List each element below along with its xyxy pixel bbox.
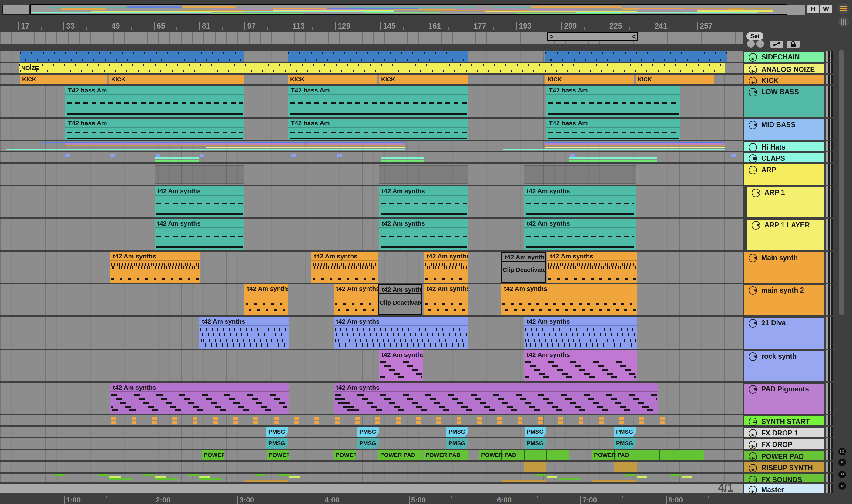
track-name: Master [761,486,784,494]
track-header-arp-1[interactable]: ▼ARP 1 [747,186,824,217]
unfold-icon[interactable]: ▼ [749,385,757,394]
track-header-rock-synth[interactable]: ▼rock synth [744,350,824,381]
track-meter [825,438,833,449]
unfold-icon[interactable]: ▼ [751,188,760,197]
time-midtick [622,496,623,498]
track-header-main-synth[interactable]: ▼Main synth [744,252,824,283]
back-arrow-button[interactable]: ← [747,40,755,48]
track-meter [825,427,833,437]
track-header-low-bass[interactable]: ▼LOW BASS [744,86,824,118]
play-icon[interactable]: ▶ [749,486,757,494]
group-icon[interactable]: ≡ [749,476,757,484]
track-meter [825,164,833,185]
track-header-arp[interactable]: ≡ARP [744,164,824,185]
track-meter [825,86,833,118]
track-header-fx-drop[interactable]: ▶FX DROP [744,438,824,449]
track-header-riseup-synth[interactable]: ▶RISEUP SYNTH [744,462,824,472]
unfold-icon[interactable]: ▼ [749,121,757,129]
mixer-toggle-i-o[interactable]: I-O [838,448,846,455]
track-meter [825,252,833,283]
time-label: 7:00 [580,496,597,504]
lock-envelopes-button[interactable] [787,41,800,48]
track-meter [825,119,833,140]
play-icon[interactable]: ▶ [749,464,757,472]
track-meter [825,51,833,62]
track-header-21-diva[interactable]: ▼21 Diva [744,317,824,349]
track-meter [825,415,833,426]
time-midtick [106,496,107,498]
time-label: 6:00 [495,496,511,504]
track-header-kick[interactable]: ▶KICK [744,75,824,84]
track-name: FX DROP [761,440,792,449]
group-icon[interactable]: ≡ [749,154,757,163]
track-name: POWER PAD [761,452,804,461]
group-icon[interactable]: ≡ [749,418,757,426]
time-label: 5:00 [409,496,426,504]
track-header-master[interactable]: ▶Master [744,484,824,493]
play-icon[interactable]: ▶ [749,53,757,61]
track-meter [825,450,833,460]
track-meter [825,383,833,414]
play-icon[interactable]: ▶ [749,77,757,85]
time-label: 4:00 [323,496,339,504]
group-icon[interactable]: ≡ [749,166,757,174]
unfold-icon[interactable]: ▼ [749,353,757,361]
track-name: MID BASS [761,120,795,129]
play-icon[interactable]: ▶ [749,66,757,74]
track-header-arp-1-layer[interactable]: ▼ARP 1 LAYER [747,219,824,250]
track-header-power-pad[interactable]: ▶POWER PAD [744,450,824,460]
draw-mode-button[interactable] [771,41,783,48]
group-icon[interactable]: ≡ [749,143,757,151]
time-midtick [451,496,452,498]
track-name: ARP [761,166,776,174]
sidebar-tracks: ▶SIDECHAIN▶ANALOG NOIZE▶KICK▼LOW BASS▼MI… [0,0,852,504]
track-name: FX SOUNDS [761,475,802,484]
mixer-toggle-d[interactable]: D [838,482,846,490]
track-meter [825,64,833,73]
vertical-scrollbar[interactable] [839,50,844,316]
time-midtick [196,496,197,498]
track-header-analog-noize[interactable]: ▶ANALOG NOIZE [744,64,824,73]
mixer-toggle-m[interactable]: M [838,471,846,478]
play-icon[interactable]: ▶ [749,452,757,461]
forward-arrow-button[interactable]: → [757,40,764,48]
time-midtick [365,496,365,498]
track-header-fx-sounds[interactable]: ≡FX SOUNDS [744,474,824,482]
track-name: CLAPS [761,154,785,163]
unfold-icon[interactable]: ▼ [749,88,757,96]
track-name: 21 Diva [761,319,786,327]
time-label: 1:00 [64,496,81,504]
time-label: 8:00 [666,496,683,504]
unfold-icon[interactable]: ▼ [749,319,757,327]
track-header-mid-bass[interactable]: ▼MID BASS [744,119,824,140]
track-header-synth-start[interactable]: ≡SYNTH START [744,415,824,426]
track-meter [825,474,833,482]
mixer-toggle-r[interactable]: R [838,458,846,466]
unfold-icon[interactable]: ▼ [749,254,757,262]
time-ruler[interactable]: 1:002:003:004:005:006:007:008:00 [0,494,743,504]
track-meter [825,317,833,349]
track-meter [825,152,833,162]
play-icon[interactable]: ▶ [749,429,757,437]
play-icon[interactable]: ▶ [749,440,757,449]
track-name: SYNTH START [761,417,810,426]
track-name: ARP 1 [764,188,785,197]
track-header-hi-hats[interactable]: ≡Hi Hats [744,141,824,151]
track-name: SIDECHAIN [761,53,800,61]
set-button[interactable]: Set [746,32,763,40]
unfold-icon[interactable]: ▼ [751,221,760,230]
track-header-fx-drop-1[interactable]: ▶FX DROP 1 [744,427,824,437]
track-header-sidechain[interactable]: ▶SIDECHAIN [744,51,824,62]
track-meter [825,141,833,151]
time-label: 3:00 [237,496,254,504]
track-name: KICK [761,76,778,85]
track-name: FX DROP 1 [761,429,798,437]
track-header-main-synth-2[interactable]: ▼main synth 2 [744,284,824,316]
track-header-pad-pigments[interactable]: ▼PAD Pigments [744,383,824,414]
unfold-icon[interactable]: ▼ [749,286,757,295]
track-header-claps[interactable]: ≡CLAPS [744,152,824,162]
track-name: ARP 1 LAYER [764,221,810,229]
time-midtick [708,496,709,498]
track-name: PAD Pigments [761,385,809,393]
track-name: main synth 2 [761,286,804,294]
